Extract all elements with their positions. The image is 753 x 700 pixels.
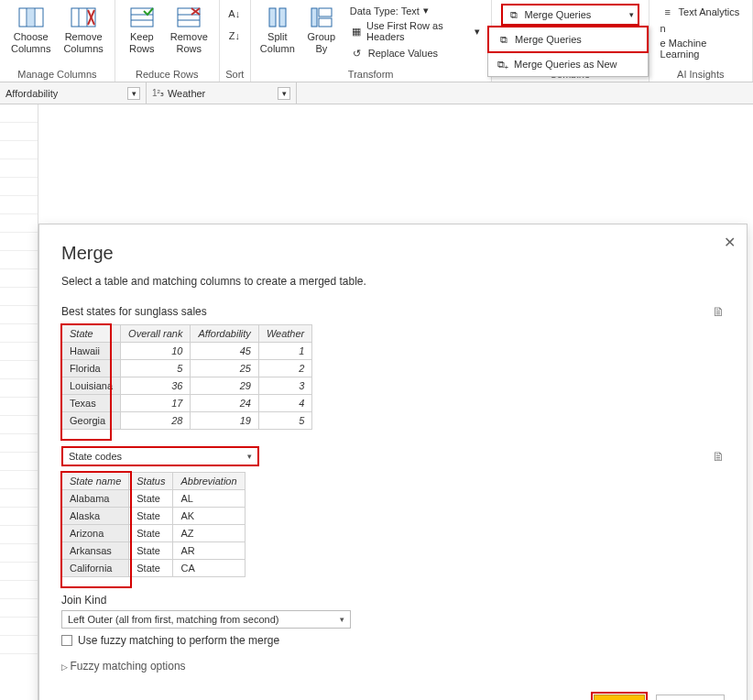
split-column-label: Split Column [260,31,295,55]
fuzzy-checkbox[interactable]: Use fuzzy matching to perform the merge [61,634,725,647]
svg-rect-17 [269,8,276,27]
choose-columns-label: Choose Columns [11,31,50,55]
ml-button[interactable]: e Machine Learning [659,37,743,60]
ml-label: e Machine Learning [660,38,741,60]
remove-columns-label: Remove Columns [63,31,103,55]
replace-values-button[interactable]: ↺Replace Values [348,45,482,61]
group-label-reduce-rows: Reduce Rows [121,67,213,82]
table-row: ArkansasStateAR [62,542,246,560]
replace-icon: ↺ [350,46,365,60]
merge-queries-button[interactable]: ⧉ Merge Queries ▾ [501,4,639,26]
sort-desc-icon: Z↓ [227,28,242,43]
table-row: AlaskaStateAK [62,508,246,525]
group-label-ai: AI Insights [655,67,747,82]
merge-queries-menu-label: Merge Queries [515,34,582,45]
ok-button[interactable]: OK [594,695,644,700]
table-row: AlabamaStateAL [62,490,246,508]
keep-rows-label: Keep Rows [129,31,155,55]
group-label-sort: Sort [225,67,245,82]
group-transform: Split Column Group By Data Type: Text ▾ … [251,0,492,82]
split-column-button[interactable]: Split Column [256,2,299,59]
number-type-icon: 1²₃ [152,88,164,98]
table1[interactable]: State Overall rank Affordability Weather… [61,324,312,430]
table-row: Hawaii10451 [62,343,312,360]
column-header-affordability[interactable]: Affordability ▾ [0,82,147,104]
table-row: CaliforniaStateCA [62,560,246,577]
col-label: Weather [168,88,205,99]
text-analytics-button[interactable]: ≡Text Analytics [659,4,743,20]
sort-desc-button[interactable]: Z↓ [225,27,244,44]
svg-rect-3 [27,9,34,26]
table2[interactable]: State name Status Abbreviation AlabamaSt… [61,472,246,577]
svg-rect-21 [319,18,332,27]
merge-icon: ⧉ [507,7,521,22]
group-ai-insights: ≡Text Analytics n e Machine Learning AI … [649,0,753,82]
join-kind-dropdown[interactable]: Left Outer (all from first, matching fro… [61,610,351,629]
split-column-icon [264,5,291,29]
vision-label: n [660,23,666,34]
merge-dialog: ✕ Merge Select a table and matching colu… [38,224,748,700]
table1-caption: Best states for sunglass sales [61,305,207,318]
dialog-subtitle: Select a table and matching columns to c… [61,275,725,288]
text-analytics-label: Text Analytics [679,6,740,17]
remove-rows-label: Remove Rows [170,31,208,55]
table2-header-statename[interactable]: State name [62,473,129,490]
first-row-label: Use First Row as Headers [366,20,471,42]
group-by-button[interactable]: Group By [300,2,343,59]
group-sort: A↓ Z↓ Sort [220,0,251,82]
group-label-manage-columns: Manage Columns [5,67,109,82]
sort-asc-button[interactable]: A↓ [225,5,244,22]
table-row: Texas17244 [62,395,312,412]
column-filter-dropdown[interactable]: ▾ [278,87,290,100]
vision-button[interactable]: n [659,22,743,35]
keep-rows-icon [128,5,156,29]
data-type-button[interactable]: Data Type: Text ▾ [348,4,482,17]
fuzzy-checkbox-label: Use fuzzy matching to perform the merge [78,634,279,647]
remove-rows-icon [175,5,202,29]
svg-rect-19 [311,8,317,27]
table1-header-rank[interactable]: Overall rank [121,325,191,343]
checkbox-icon [61,635,72,646]
merge-new-icon: ⧉₊ [496,57,510,71]
row-gutter [0,104,38,700]
fuzzy-expand[interactable]: Fuzzy matching options [61,660,725,673]
column-filter-dropdown[interactable]: ▾ [127,87,140,100]
column-header-weather[interactable]: 1²₃ Weather ▾ [147,82,297,104]
text-analytics-icon: ≡ [660,5,675,19]
group-by-label: Group By [308,31,336,55]
group-reduce-rows: Keep Rows Remove Rows Reduce Rows [115,0,220,82]
keep-rows-button[interactable]: Keep Rows [121,2,163,59]
table-header-row: State Overall rank Affordability Weather [62,325,312,343]
sort-asc-icon: A↓ [227,6,242,21]
table1-header-state[interactable]: State [62,325,121,343]
table2-header-status[interactable]: Status [129,473,173,490]
merge-queries-menu-item[interactable]: ⧉ Merge Queries [487,26,649,53]
main-area: ✕ Merge Select a table and matching colu… [0,104,753,700]
remove-columns-button[interactable]: Remove Columns [58,2,108,59]
table2-options-icon[interactable]: 🗎 [712,449,725,464]
chevron-down-icon: ▾ [629,10,634,19]
choose-columns-button[interactable]: Choose Columns [5,2,56,59]
first-row-button[interactable]: ▦Use First Row as Headers ▾ [348,19,482,43]
table1-header-afford[interactable]: Affordability [191,325,258,343]
table1-options-icon[interactable]: 🗎 [712,304,725,319]
choose-columns-icon [17,5,45,29]
chevron-down-icon: ▾ [340,615,344,624]
group-label-transform: Transform [256,67,486,82]
close-button[interactable]: ✕ [724,234,736,251]
table1-header-weather[interactable]: Weather [258,325,311,343]
table-header-row: State name Status Abbreviation [62,473,246,490]
table2-header-abbrev[interactable]: Abbreviation [173,473,245,490]
merge-icon: ⧉ [497,32,511,47]
table-row: ArizonaStateAZ [62,525,246,542]
table-row: Georgia28195 [62,412,312,430]
table2-dropdown[interactable]: State codes ▾ [61,446,259,466]
chevron-down-icon: ▾ [247,452,252,461]
merge-as-new-menu-item[interactable]: ⧉₊ Merge Queries as New [488,52,648,76]
fuzzy-expand-label: Fuzzy matching options [71,660,186,673]
group-manage-columns: Choose Columns Remove Columns Manage Col… [0,0,115,82]
ribbon: Choose Columns Remove Columns Manage Col… [0,0,753,82]
remove-rows-button[interactable]: Remove Rows [165,2,213,59]
cancel-button[interactable]: Cancel [656,695,725,700]
join-kind-label: Join Kind [61,594,725,607]
